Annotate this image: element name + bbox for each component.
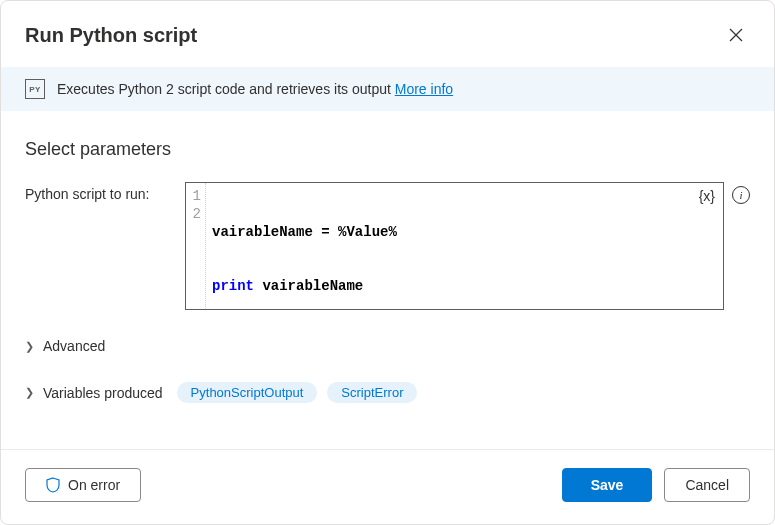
section-heading: Select parameters bbox=[25, 139, 750, 160]
variables-produced-label: Variables produced bbox=[43, 385, 163, 401]
editor-code: vairableName = %Value% print vairableNam… bbox=[206, 183, 403, 309]
close-button[interactable] bbox=[722, 21, 750, 49]
keyword-print: print bbox=[212, 278, 254, 294]
chevron-right-icon: ❯ bbox=[25, 340, 35, 353]
run-python-script-dialog: Run Python script PY Executes Python 2 s… bbox=[0, 0, 775, 525]
advanced-section-toggle[interactable]: ❯ Advanced bbox=[25, 338, 750, 354]
editor-wrap: 1 2 vairableName = %Value% print vairabl… bbox=[185, 182, 750, 310]
more-info-link[interactable]: More info bbox=[395, 81, 453, 97]
save-button[interactable]: Save bbox=[562, 468, 653, 502]
insert-variable-button[interactable]: {x} bbox=[699, 187, 715, 205]
info-description: Executes Python 2 script code and retrie… bbox=[57, 81, 395, 97]
cancel-button[interactable]: Cancel bbox=[664, 468, 750, 502]
dialog-title: Run Python script bbox=[25, 24, 197, 47]
on-error-label: On error bbox=[68, 477, 120, 493]
chevron-right-icon: ❯ bbox=[25, 386, 35, 399]
editor-gutter: 1 2 bbox=[186, 183, 206, 309]
variables-produced-toggle[interactable]: ❯ Variables produced PythonScriptOutput … bbox=[25, 382, 750, 403]
code-rest: vairableName bbox=[254, 278, 363, 294]
dialog-footer: On error Save Cancel bbox=[1, 449, 774, 524]
info-text: Executes Python 2 script code and retrie… bbox=[57, 81, 453, 97]
code-line-1: vairableName = %Value% bbox=[212, 223, 397, 241]
field-info-icon[interactable]: i bbox=[732, 186, 750, 204]
shield-icon bbox=[46, 477, 60, 493]
info-bar: PY Executes Python 2 script code and ret… bbox=[1, 67, 774, 111]
dialog-body: Select parameters Python script to run: … bbox=[1, 111, 774, 449]
python-badge-icon: PY bbox=[25, 79, 45, 99]
script-field-row: Python script to run: 1 2 vairableName =… bbox=[25, 182, 750, 310]
line-number: 1 bbox=[186, 187, 201, 205]
variable-pill-output[interactable]: PythonScriptOutput bbox=[177, 382, 318, 403]
footer-actions: Save Cancel bbox=[562, 468, 750, 502]
script-field-label: Python script to run: bbox=[25, 182, 165, 202]
dialog-header: Run Python script bbox=[1, 1, 774, 67]
line-number: 2 bbox=[186, 205, 201, 223]
on-error-button[interactable]: On error bbox=[25, 468, 141, 502]
script-editor[interactable]: 1 2 vairableName = %Value% print vairabl… bbox=[185, 182, 724, 310]
variable-pills: PythonScriptOutput ScriptError bbox=[177, 382, 418, 403]
variable-pill-error[interactable]: ScriptError bbox=[327, 382, 417, 403]
close-icon bbox=[729, 28, 743, 42]
code-line-2: print vairableName bbox=[212, 277, 397, 295]
advanced-label: Advanced bbox=[43, 338, 105, 354]
